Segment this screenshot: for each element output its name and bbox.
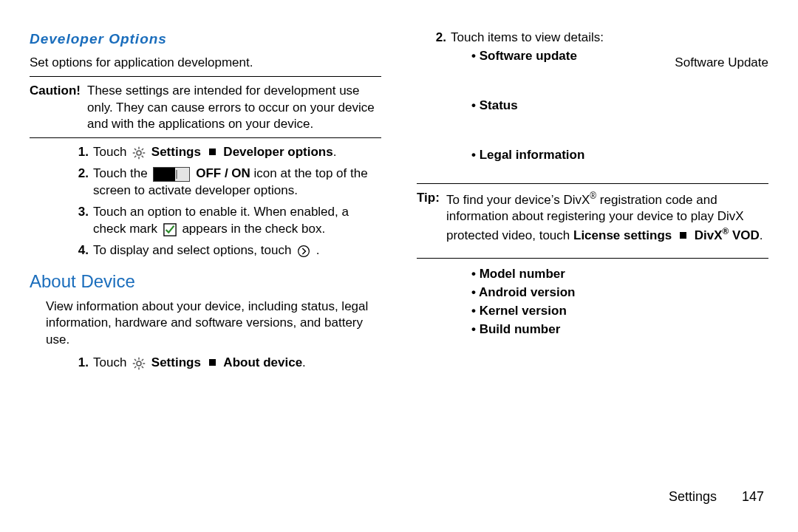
- right-column: 2. Touch items to view details: • Softwa…: [417, 30, 768, 376]
- about-step-1: 1. Touch Settings About device.: [30, 355, 381, 372]
- text: .: [316, 243, 320, 257]
- svg-point-0: [137, 151, 141, 155]
- software-update-page-ref: Software Update: [675, 55, 768, 72]
- arrow-square-icon: [209, 149, 216, 155]
- registered-mark-icon: ®: [723, 226, 729, 236]
- svg-line-17: [142, 366, 143, 368]
- svg-point-10: [299, 245, 310, 256]
- svg-line-16: [134, 359, 136, 361]
- step-3: 3. Touch an option to enable it. When en…: [30, 204, 381, 238]
- license-settings-label: License settings: [573, 228, 672, 242]
- list-item-legal-info: • Legal information: [451, 147, 768, 164]
- list-item-android-version: • Android version: [451, 284, 768, 301]
- svg-line-5: [134, 149, 136, 150]
- step-body: Touch items to view details: • Software …: [451, 30, 768, 170]
- developer-options-label: Developer options: [223, 145, 332, 159]
- text: To display and select options, touch: [93, 243, 295, 257]
- divider: [30, 76, 381, 77]
- section-name: Settings: [669, 488, 717, 505]
- step-body: Touch Settings About device.: [93, 355, 381, 372]
- svg-line-6: [142, 156, 143, 157]
- columns: Developer Options Set options for applic…: [30, 30, 768, 376]
- text: .: [333, 145, 337, 159]
- developer-options-heading: Developer Options: [30, 30, 381, 49]
- caution-block: Caution! These settings are intended for…: [30, 83, 381, 134]
- settings-label: Settings: [151, 145, 201, 159]
- svg-line-18: [134, 366, 136, 368]
- text: appears in the check box.: [182, 222, 325, 236]
- settings-gear-icon: [132, 355, 146, 372]
- svg-line-19: [142, 359, 143, 361]
- text: To find your device’s DivX: [446, 192, 590, 206]
- off-on-toggle-icon: [153, 167, 190, 182]
- list-item-kernel-version: • Kernel version: [451, 303, 768, 320]
- arrow-square-icon: [680, 232, 686, 239]
- list-item-model-number: • Model number: [451, 266, 768, 283]
- about-device-heading: About Device: [30, 270, 381, 293]
- caution-label: Caution!: [30, 83, 87, 134]
- registered-mark-icon: ®: [590, 191, 596, 201]
- divider: [417, 183, 768, 184]
- step-number: 1.: [30, 355, 93, 372]
- svg-line-8: [142, 149, 143, 150]
- manual-page: Developer Options Set options for applic…: [0, 0, 798, 532]
- text: Touch: [93, 355, 130, 369]
- about-device-intro: View information about your device, incl…: [30, 299, 381, 349]
- svg-line-7: [134, 156, 136, 157]
- caution-body: These settings are intended for developm…: [87, 83, 381, 134]
- circle-arrow-icon: [297, 242, 310, 259]
- page-number: 147: [742, 488, 764, 505]
- text: .: [760, 228, 763, 242]
- tip-section: Tip: To find your device’s DivX® registr…: [417, 183, 768, 259]
- step-number: 3.: [30, 204, 93, 221]
- tip-label: Tip:: [417, 190, 446, 245]
- off-on-label: OFF / ON: [196, 166, 250, 180]
- step-number: 2.: [417, 30, 451, 47]
- developer-options-intro: Set options for application development.: [30, 55, 381, 72]
- text: Touch: [93, 145, 130, 159]
- step-4: 4. To display and select options, touch …: [30, 242, 381, 259]
- page-footer: Settings 147: [669, 488, 764, 505]
- divider: [30, 137, 381, 138]
- svg-point-11: [137, 361, 141, 366]
- step-body: Touch Settings Developer options.: [93, 144, 381, 161]
- step-number: 1.: [30, 144, 93, 161]
- arrow-square-icon: [209, 359, 216, 366]
- settings-label: Settings: [151, 355, 201, 369]
- step-2-right: 2. Touch items to view details: • Softwa…: [417, 30, 768, 170]
- tip-block: Tip: To find your device’s DivX® registr…: [417, 190, 768, 245]
- step-number: 2.: [30, 166, 93, 183]
- settings-gear-icon: [132, 144, 146, 161]
- divx-label: DivX: [695, 228, 723, 242]
- checkbox-checked-icon: [163, 221, 177, 238]
- text: Touch items to view details:: [451, 30, 768, 47]
- text: .: [302, 355, 306, 369]
- divider: [417, 258, 768, 259]
- text: Touch the: [93, 166, 151, 180]
- step-body: Touch an option to enable it. When enabl…: [93, 204, 381, 238]
- step-body: To display and select options, touch .: [93, 242, 381, 259]
- vod-label: VOD: [729, 228, 760, 242]
- step-2: 2. Touch the OFF / ON icon at the top of…: [30, 166, 381, 200]
- left-column: Developer Options Set options for applic…: [30, 30, 381, 376]
- tip-body: To find your device’s DivX® registration…: [446, 190, 768, 245]
- list-item-status: • Status: [451, 98, 768, 115]
- device-info-bullets: • Model number • Android version • Kerne…: [417, 266, 768, 338]
- step-1: 1. Touch Settings Developer options.: [30, 144, 381, 161]
- step-number: 4.: [30, 242, 93, 259]
- step-body: Touch the OFF / ON icon at the top of th…: [93, 166, 381, 200]
- list-item-build-number: • Build number: [451, 321, 768, 338]
- about-device-label: About device: [223, 355, 302, 369]
